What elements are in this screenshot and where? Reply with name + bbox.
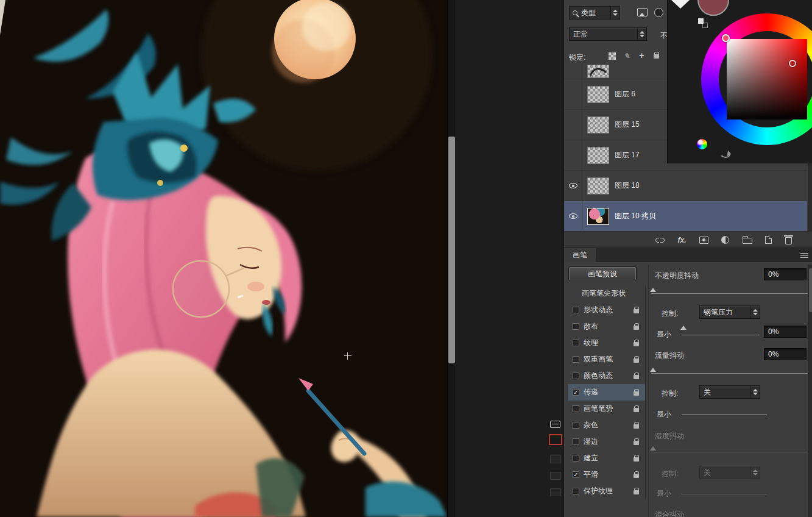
layer-visibility-toggle[interactable] — [564, 201, 582, 231]
add-mask-icon[interactable] — [699, 237, 708, 244]
option-smoothing[interactable]: 平滑 — [568, 466, 645, 483]
opacity-jitter-slider-thumb[interactable] — [650, 288, 656, 292]
layer-visibility-toggle[interactable] — [564, 140, 582, 170]
lock-transparency-button[interactable] — [607, 51, 618, 60]
minimum-value-1[interactable]: 0% — [764, 326, 807, 338]
brush-panel-tab[interactable]: 画笔 — [564, 248, 596, 262]
option-brush-pose[interactable]: 画笔笔势 — [568, 401, 645, 417]
layer-visibility-toggle[interactable] — [564, 79, 582, 109]
minimum-slider-track-3[interactable] — [682, 494, 767, 494]
rotate-arrow-icon[interactable] — [719, 149, 731, 159]
option-noise[interactable]: 杂色 — [568, 417, 645, 433]
option-wet-edges[interactable]: 湿边 — [568, 433, 645, 450]
checkbox[interactable] — [573, 373, 579, 379]
adjustment-layer-icon[interactable] — [721, 236, 729, 244]
option-brush-tip-shape[interactable]: 画笔笔尖形状 — [568, 285, 645, 302]
foreground-color-swatch[interactable] — [549, 434, 562, 445]
filter-pixel-layers-icon[interactable] — [637, 8, 648, 16]
layer-filter-type-select[interactable]: 类型 — [569, 6, 620, 20]
dock-button-3[interactable] — [550, 488, 561, 496]
option-color-dynamics[interactable]: 颜色动态 — [568, 368, 645, 384]
lock-icon[interactable] — [634, 424, 639, 429]
control-select-2[interactable]: 关 — [699, 385, 760, 399]
blend-mode-select[interactable]: 正常 — [569, 27, 647, 41]
lock-icon[interactable] — [634, 391, 639, 396]
lock-icon[interactable] — [634, 457, 639, 462]
lock-position-button[interactable]: + — [636, 51, 647, 60]
canvas-scrollbar-thumb[interactable] — [448, 137, 455, 363]
opacity-jitter-slider-track[interactable] — [651, 293, 810, 294]
new-group-icon[interactable] — [743, 238, 752, 244]
flow-jitter-slider-track[interactable] — [651, 373, 810, 374]
option-shape-dynamics[interactable]: 形状动态 — [568, 302, 645, 318]
option-transfer-selected[interactable]: 传递 — [568, 384, 645, 401]
checkbox-checked[interactable] — [573, 389, 579, 396]
layer-thumbnail[interactable] — [587, 86, 609, 103]
opacity-jitter-value[interactable]: 0% — [764, 268, 807, 280]
panel-menu-icon[interactable] — [800, 253, 808, 258]
brush-presets-button[interactable]: 画笔预设 — [569, 267, 636, 280]
checkbox-checked[interactable] — [573, 471, 579, 478]
checkbox[interactable] — [573, 340, 579, 346]
flow-jitter-value[interactable]: 0% — [764, 348, 807, 360]
new-layer-icon[interactable] — [765, 236, 772, 244]
option-scattering[interactable]: 散布 — [568, 318, 645, 335]
lock-icon[interactable] — [634, 474, 639, 478]
minimum-slider-thumb-1[interactable] — [680, 326, 687, 330]
option-texture[interactable]: 纹理 — [568, 335, 645, 351]
filter-adjustment-layers-icon[interactable] — [654, 8, 663, 17]
lock-paint-button[interactable]: ✎ — [621, 51, 632, 60]
option-dual-brush[interactable]: 双重画笔 — [568, 351, 645, 368]
current-color-swatch[interactable] — [697, 0, 729, 16]
hue-indicator[interactable] — [722, 34, 730, 42]
checkbox[interactable] — [573, 488, 579, 494]
canvas-scrollbar-track[interactable] — [447, 0, 455, 517]
wetness-jitter-slider-track[interactable] — [651, 452, 810, 452]
layer-thumbnail[interactable] — [587, 116, 609, 134]
layer-visibility-toggle[interactable] — [564, 110, 582, 140]
control-select-1[interactable]: 钢笔压力 — [699, 305, 760, 319]
checkbox[interactable] — [573, 356, 579, 363]
layer-thumbnail[interactable] — [587, 147, 609, 164]
checkbox[interactable] — [573, 323, 579, 330]
option-protect-texture[interactable]: 保护纹理 — [568, 483, 645, 499]
color-sphere-icon[interactable] — [697, 139, 707, 149]
layer-row-selected[interactable]: 图层 10 拷贝 — [564, 201, 807, 232]
saturation-value-indicator[interactable] — [789, 60, 796, 67]
saturation-value-square[interactable] — [727, 39, 807, 119]
lock-icon[interactable] — [634, 490, 639, 494]
dock-panel-icon[interactable] — [550, 421, 560, 428]
layer-visibility-toggle[interactable] — [564, 63, 582, 79]
dock-button-2[interactable] — [550, 472, 561, 480]
lock-all-button[interactable] — [651, 49, 662, 59]
lock-icon[interactable] — [634, 342, 639, 346]
link-layers-icon[interactable] — [655, 238, 665, 243]
lock-icon[interactable] — [634, 358, 639, 363]
layer-row[interactable]: 图层 18 — [564, 171, 807, 201]
checkbox[interactable] — [573, 405, 579, 412]
dock-button-1[interactable] — [550, 455, 561, 463]
checkbox[interactable] — [573, 307, 579, 313]
layer-visibility-toggle[interactable] — [564, 171, 582, 201]
brush-panel-scrollbar[interactable] — [808, 265, 812, 517]
layer-thumbnail[interactable] — [587, 177, 609, 194]
control-select-3[interactable]: 关 — [699, 466, 760, 479]
delete-layer-icon[interactable] — [785, 237, 792, 244]
lock-icon[interactable] — [634, 441, 639, 445]
minimum-slider-track-2[interactable] — [682, 415, 767, 415]
layer-thumbnail[interactable] — [587, 208, 609, 225]
layer-style-fx-button[interactable]: fx. — [677, 236, 686, 244]
flow-jitter-slider-thumb[interactable] — [650, 368, 656, 372]
lock-icon[interactable] — [634, 375, 639, 379]
lock-icon[interactable] — [634, 309, 639, 313]
checkbox[interactable] — [573, 422, 579, 429]
checkbox[interactable] — [573, 455, 579, 462]
canvas-artboard[interactable] — [0, 0, 447, 517]
foreground-color-mini-swatch[interactable] — [698, 18, 704, 24]
wetness-jitter-slider-thumb[interactable] — [650, 446, 656, 451]
brush-panel-scrollbar-thumb[interactable] — [809, 268, 812, 312]
option-build-up[interactable]: 建立 — [568, 450, 645, 466]
lock-icon[interactable] — [634, 408, 639, 412]
checkbox[interactable] — [573, 438, 579, 445]
minimum-slider-track-1[interactable] — [682, 335, 760, 335]
